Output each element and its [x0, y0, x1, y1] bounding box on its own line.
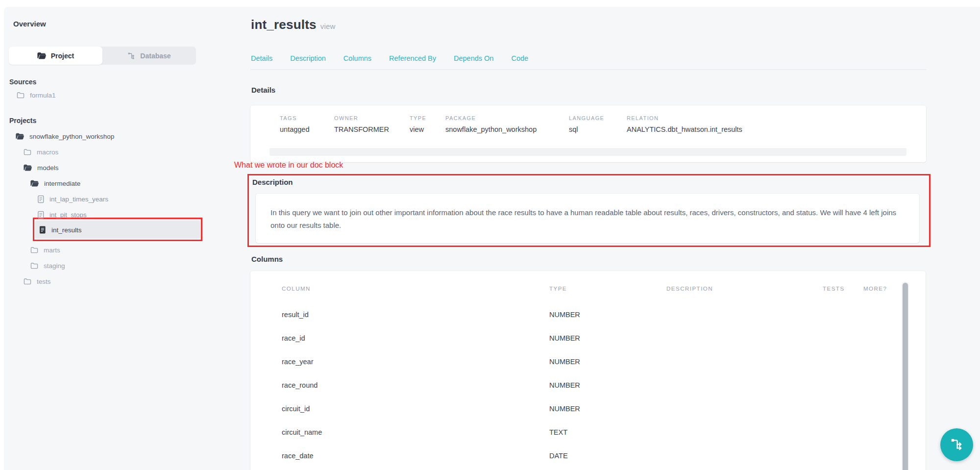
details-heading: Details — [251, 86, 275, 94]
cell-type: NUMBER — [549, 405, 580, 413]
description-card: In this query we want to join out other … — [256, 194, 919, 243]
description-text: In this query we want to join out other … — [270, 206, 903, 232]
source-label: formula1 — [30, 92, 56, 99]
sidebar-item-tests[interactable]: tests — [24, 274, 51, 289]
folder-open-icon — [16, 133, 24, 140]
sidebar-title: Overview — [13, 20, 46, 28]
folder-closed-icon — [24, 278, 31, 285]
cell-column: circuit_id — [282, 405, 310, 413]
folder-closed-icon — [30, 262, 38, 269]
field-value: sql — [569, 125, 627, 133]
project-toggle-label: Project — [51, 52, 74, 60]
details-fields: TAGS untagged OWNER TRANSFORMER TYPE vie… — [280, 115, 916, 133]
cell-type: NUMBER — [549, 358, 580, 366]
sidebar-item-models[interactable]: models — [24, 160, 59, 175]
folder-open-icon — [30, 180, 39, 187]
tab-depends-on[interactable]: Depends On — [454, 54, 493, 62]
cell-type: NUMBER — [549, 311, 580, 319]
field-label: LANGUAGE — [569, 115, 627, 121]
columns-card: COLUMN TYPE DESCRIPTION TESTS MORE? resu… — [250, 271, 926, 470]
file-filled-icon — [39, 225, 46, 234]
field-value: untagged — [280, 125, 334, 133]
field-owner: OWNER TRANSFORMER — [334, 115, 410, 133]
model-name: int_results — [251, 17, 317, 32]
column-header-type: TYPE — [549, 286, 567, 292]
columns-heading: Columns — [251, 255, 283, 263]
file-icon — [38, 195, 44, 203]
tab-details[interactable]: Details — [251, 54, 272, 62]
file-icon — [38, 211, 44, 219]
sidebar-item-formula1[interactable]: formula1 — [17, 88, 56, 102]
tab-divider — [250, 69, 926, 70]
cell-column: race_round — [282, 381, 318, 389]
tab-columns[interactable]: Columns — [343, 54, 371, 62]
page-title: int_resultsview — [251, 17, 336, 32]
dbt-docs-app: Overview Project Database Sources formul… — [4, 7, 980, 470]
folder-closed-icon — [30, 247, 38, 253]
cell-type: TEXT — [549, 428, 567, 436]
main-content: int_resultsview Details Description Colu… — [246, 7, 980, 470]
sidebar-item-int-lap-times-years[interactable]: int_lap_times_years — [38, 192, 108, 206]
view-toggle: Project Database — [9, 47, 196, 65]
table-scrollbar[interactable] — [903, 283, 908, 470]
cell-type: NUMBER — [549, 334, 580, 342]
tree-item-label: tests — [37, 278, 51, 285]
cell-column: circuit_name — [282, 428, 322, 436]
tree-item-label: intermediate — [44, 180, 80, 187]
model-kind-badge: view — [320, 22, 336, 30]
tab-referenced-by[interactable]: Referenced By — [389, 54, 436, 62]
field-value: TRANSFORMER — [334, 125, 410, 133]
description-heading: Description — [252, 178, 293, 186]
tree-item-label: int_results — [51, 226, 82, 234]
tab-description[interactable]: Description — [290, 54, 326, 62]
cell-column: race_year — [282, 358, 313, 366]
field-package: PACKAGE snowflake_python_workshop — [445, 115, 569, 133]
folder-closed-icon — [24, 148, 31, 155]
sidebar-item-marts[interactable]: marts — [30, 243, 60, 257]
field-tags: TAGS untagged — [280, 115, 334, 133]
sidebar: Overview Project Database Sources formul… — [4, 7, 234, 470]
column-header-description: DESCRIPTION — [666, 286, 713, 292]
details-footer-strip — [270, 148, 906, 156]
sidebar-item-macros[interactable]: macros — [24, 145, 58, 159]
cell-column: race_id — [282, 334, 305, 342]
field-label: OWNER — [334, 115, 410, 121]
cell-type: NUMBER — [549, 381, 580, 389]
sidebar-item-staging[interactable]: staging — [30, 258, 65, 273]
database-toggle-button[interactable]: Database — [102, 47, 196, 65]
database-toggle-label: Database — [140, 52, 171, 60]
field-label: TAGS — [280, 115, 334, 121]
tree-item-label: snowflake_python_workshop — [29, 133, 114, 140]
cell-type: DATE — [549, 452, 568, 460]
column-header-tests: TESTS — [823, 286, 845, 292]
field-value: view — [410, 125, 445, 133]
cell-column: result_id — [282, 311, 309, 319]
sidebar-item-snowflake-python-workshop[interactable]: snowflake_python_workshop — [16, 129, 114, 144]
lineage-graph-button[interactable] — [940, 428, 973, 461]
sidebar-item-int-pit-stops[interactable]: int_pit_stops — [38, 207, 87, 222]
sidebar-item-intermediate[interactable]: intermediate — [30, 176, 80, 191]
tab-bar: Details Description Columns Referenced B… — [251, 54, 528, 62]
column-header-column: COLUMN — [282, 286, 311, 292]
project-toggle-button[interactable]: Project — [9, 47, 102, 65]
tab-code[interactable]: Code — [511, 54, 528, 62]
details-card: TAGS untagged OWNER TRANSFORMER TYPE vie… — [250, 105, 926, 162]
folder-open-icon — [24, 164, 32, 171]
field-type: TYPE view — [410, 115, 445, 133]
tree-item-label: models — [37, 164, 59, 172]
lineage-icon — [127, 52, 135, 60]
tree-item-label: int_pit_stops — [49, 211, 87, 219]
sources-label: Sources — [9, 78, 36, 86]
field-label: TYPE — [410, 115, 445, 121]
folder-open-icon — [37, 52, 46, 59]
tree-item-label: marts — [44, 247, 60, 254]
lineage-icon — [950, 438, 963, 452]
projects-label: Projects — [9, 117, 36, 124]
tree-item-label: staging — [44, 262, 65, 270]
field-relation: RELATION ANALYTICS.dbt_hwatson.int_resul… — [627, 115, 742, 133]
column-header-more: MORE? — [863, 286, 887, 292]
field-language: LANGUAGE sql — [569, 115, 627, 133]
field-label: PACKAGE — [445, 115, 569, 121]
sidebar-item-int-results[interactable]: int_results — [39, 223, 82, 237]
cell-column: race_date — [282, 452, 314, 460]
